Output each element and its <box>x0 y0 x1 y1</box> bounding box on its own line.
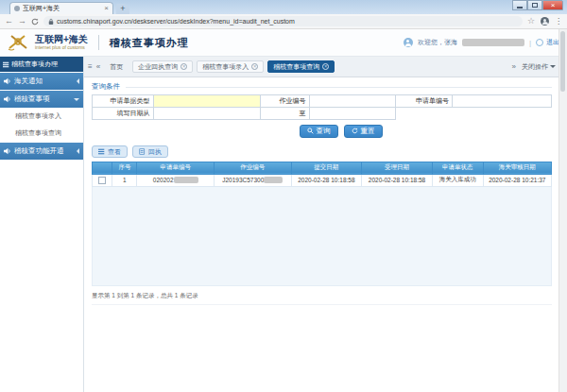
doc-type-label: 申请单据类型 <box>93 95 154 108</box>
job-no-input[interactable] <box>309 95 395 108</box>
sidebar-item-audit-matters[interactable]: 稽核查事项 <box>0 91 83 108</box>
browser-tab[interactable]: 互联网+海关 × <box>9 2 113 14</box>
site-favicon-icon <box>14 6 20 11</box>
date-to-label: 至 <box>261 108 309 120</box>
document-icon <box>139 148 146 155</box>
brand-title: 互联网+海关 <box>35 35 88 44</box>
header-separator: | <box>529 39 531 47</box>
search-button[interactable]: 查询 <box>300 125 338 138</box>
table-row[interactable]: 1 020202 J20193C57300 2020-02-28 10:18:5… <box>93 174 552 186</box>
select-column-header <box>93 162 112 174</box>
reset-button[interactable]: 重置 <box>344 125 383 138</box>
column-header-accept-date[interactable]: 受理日期 <box>362 162 433 174</box>
sidebar-item-customs-notice[interactable]: 海关通知 <box>0 73 83 90</box>
apply-no-input[interactable] <box>453 95 552 108</box>
page-scrollbar[interactable] <box>558 29 567 392</box>
speaker-icon <box>4 95 11 103</box>
tab-close-icon[interactable]: × <box>322 63 329 70</box>
row-audit-date: 2020-02-28 10:21:37 <box>483 174 551 186</box>
sidebar-item-label: 稽核查功能开通 <box>14 146 74 156</box>
apply-no-text: 020202 <box>153 177 174 183</box>
brand-block: 互联网+海关 internet plus of customs <box>35 35 88 50</box>
sidebar-item-audit-function[interactable]: 稽核查功能开通 <box>0 143 83 160</box>
browser-tab-title: 互联网+海关 <box>23 4 101 13</box>
tab-close-icon[interactable]: × <box>104 5 109 12</box>
results-table: 序号 申请单编号 作业编号 提交日期 受理日期 申请单状态 海关审核日期 1 0… <box>92 162 552 187</box>
doc-type-input[interactable] <box>153 95 261 108</box>
row-checkbox[interactable] <box>98 177 106 184</box>
chevron-left-icon <box>77 148 79 154</box>
brand-subtitle: internet plus of customs <box>35 45 88 50</box>
scrollbar-thumb[interactable] <box>560 31 565 92</box>
close-operations-label: 关闭操作 <box>522 62 548 72</box>
header-right: 欢迎您，张海 | 退出 <box>404 38 559 47</box>
tab-label: 稽核查事项录入 <box>202 63 249 70</box>
column-header-audit-date[interactable]: 海关审核日期 <box>483 162 551 174</box>
app-header: 互联网+海关 internet plus of customs 稽核查事项办理 … <box>0 29 567 57</box>
logout-label: 退出 <box>546 38 559 47</box>
window-maximize-button[interactable] <box>527 0 542 10</box>
view-button[interactable]: 查看 <box>92 145 128 158</box>
column-header-job-no[interactable]: 作业编号 <box>214 162 291 174</box>
date-to-input[interactable] <box>309 108 395 120</box>
menu-toggle-icon[interactable]: ≡ <box>88 63 93 71</box>
row-select-cell <box>93 174 112 186</box>
sidebar-subitem-audit-query[interactable]: 稽核查事项查询 <box>0 125 83 142</box>
window-controls: × <box>512 0 563 10</box>
query-section-title: 查询条件 <box>92 82 120 92</box>
reload-icon <box>31 18 39 26</box>
scroll-tabs-right-icon[interactable]: » <box>512 63 516 71</box>
scroll-tabs-left-icon[interactable]: « <box>96 63 100 71</box>
pagination-summary: 显示第 1 到第 1 条记录，总共 1 条记录 <box>92 292 552 305</box>
forward-button[interactable]: → <box>18 17 26 26</box>
column-header-seq[interactable]: 序号 <box>112 162 137 174</box>
url-bar[interactable]: customs.chinaport.gov.cn/deskserver/cus/… <box>43 16 523 26</box>
user-avatar-icon <box>404 38 413 47</box>
date-from-input[interactable] <box>153 108 261 120</box>
sidebar: 稽核查事项办理 海关通知 稽核查事项 稽核查事项录入 稽核查事项查询 稽核查功能… <box>0 57 84 392</box>
browser-menu-icon[interactable]: ⋮ <box>555 18 562 26</box>
minimize-icon <box>517 7 523 9</box>
window-minimize-button[interactable] <box>512 0 527 10</box>
column-header-submit-date[interactable]: 提交日期 <box>291 162 362 174</box>
table-empty-area <box>92 187 552 286</box>
sidebar-title: 稽核查事项办理 <box>0 57 83 72</box>
row-job-no: J20193C57300 <box>214 174 291 186</box>
tab-close-icon[interactable]: × <box>180 63 187 70</box>
logout-button[interactable]: 退出 <box>536 38 559 47</box>
reload-button[interactable] <box>31 18 39 26</box>
browser-toolbar: ← → customs.chinaport.gov.cn/deskserver/… <box>0 14 567 29</box>
profile-avatar-icon[interactable] <box>541 17 549 26</box>
row-submit-date: 2020-02-28 10:18:58 <box>291 174 362 186</box>
redacted-job-no <box>264 177 283 183</box>
redacted-apply-no <box>174 177 198 183</box>
date-from-label: 填写日期从 <box>93 108 154 120</box>
tab-close-icon[interactable]: × <box>251 63 258 70</box>
receipt-button[interactable]: 回执 <box>132 145 168 158</box>
tab-home[interactable]: 首页 <box>104 60 129 73</box>
tab-receipt-query[interactable]: 企业回执查询 × <box>132 60 193 73</box>
column-header-apply-no[interactable]: 申请单编号 <box>137 162 215 174</box>
header-divider <box>98 35 99 50</box>
chevron-left-icon <box>77 78 79 84</box>
bookmark-star-icon[interactable]: ☆ <box>527 17 535 26</box>
window-close-button[interactable]: × <box>542 0 563 10</box>
speaker-icon <box>4 147 11 155</box>
tab-label: 企业回执查询 <box>138 63 178 70</box>
new-tab-button[interactable]: + <box>116 4 129 14</box>
list-icon <box>98 148 105 155</box>
column-header-status[interactable]: 申请单状态 <box>432 162 483 174</box>
list-actions: 查看 回执 <box>92 145 552 158</box>
tab-audit-query[interactable]: 稽核查事项查询 × <box>267 60 335 73</box>
results-header-row: 序号 申请单编号 作业编号 提交日期 受理日期 申请单状态 海关审核日期 <box>93 162 552 174</box>
search-icon <box>307 128 314 134</box>
tab-audit-entry[interactable]: 稽核查事项录入 × <box>197 60 264 73</box>
maximize-icon <box>532 3 538 8</box>
row-seq: 1 <box>112 174 137 186</box>
close-operations-dropdown[interactable]: 关闭操作 <box>522 62 556 72</box>
tab-label: 首页 <box>110 63 123 70</box>
row-accept-date: 2020-02-28 10:18:58 <box>362 174 433 186</box>
sidebar-subitem-audit-entry[interactable]: 稽核查事项录入 <box>0 108 83 125</box>
sidebar-title-label: 稽核查事项办理 <box>11 60 58 69</box>
back-button[interactable]: ← <box>5 17 13 26</box>
